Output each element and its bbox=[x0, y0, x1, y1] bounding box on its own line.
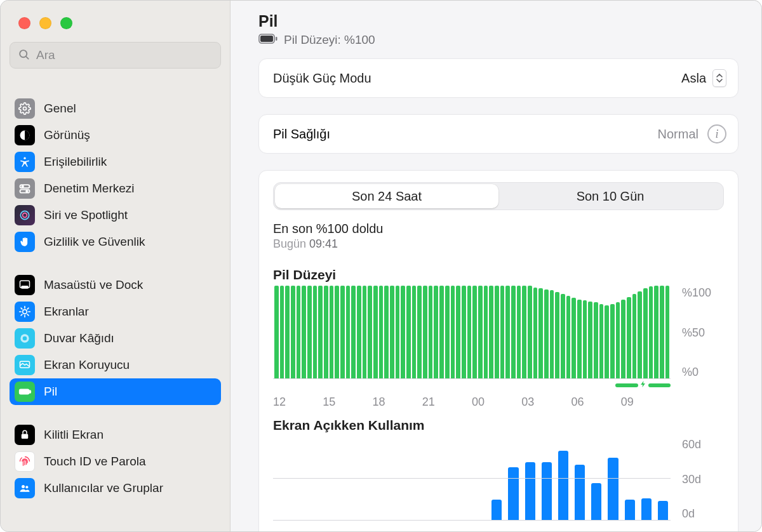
battery-health-row: Pil Sağlığı Normal i bbox=[258, 114, 739, 154]
low-power-mode-label: Düşük Güç Modu bbox=[273, 71, 371, 86]
level-bar bbox=[330, 286, 334, 378]
level-bar bbox=[368, 286, 372, 378]
segment-24h[interactable]: Son 24 Saat bbox=[275, 184, 498, 208]
brightness-icon bbox=[15, 302, 35, 322]
fingerprint-icon bbox=[15, 451, 35, 472]
control-center-icon bbox=[15, 178, 35, 199]
search-field[interactable] bbox=[10, 42, 221, 69]
sidebar-item-desktop-dock[interactable]: Masaüstü ve Dock bbox=[10, 272, 221, 298]
level-bar bbox=[621, 300, 625, 378]
sidebar-item-accessibility[interactable]: Erişilebilirlik bbox=[10, 149, 221, 175]
sidebar-item-siri-spotlight[interactable]: Siri ve Spotlight bbox=[10, 202, 221, 229]
page-header: Pil Pil Düzeyi: %100 bbox=[258, 12, 739, 47]
svg-point-6 bbox=[22, 185, 23, 187]
svg-point-4 bbox=[23, 157, 25, 159]
level-bar bbox=[324, 286, 328, 378]
search-input[interactable] bbox=[36, 48, 213, 62]
level-bar bbox=[357, 286, 361, 378]
level-bar bbox=[594, 302, 598, 378]
close-window-button[interactable] bbox=[18, 17, 30, 29]
sidebar-item-label: Masaüstü ve Dock bbox=[44, 278, 143, 292]
level-bar bbox=[610, 304, 615, 378]
level-bar bbox=[572, 298, 576, 378]
level-bar bbox=[649, 286, 653, 378]
sidebar-item-battery[interactable]: Pil bbox=[10, 378, 221, 405]
level-bar bbox=[627, 297, 631, 378]
battery-level-chart bbox=[273, 286, 671, 379]
level-bar bbox=[445, 286, 450, 378]
sidebar-item-general[interactable]: Genel bbox=[10, 95, 221, 122]
users-icon bbox=[15, 478, 35, 498]
sidebar-item-screensaver[interactable]: Ekran Koruyucu bbox=[10, 352, 221, 378]
svg-point-8 bbox=[26, 190, 28, 192]
sidebar-item-users-groups[interactable]: Kullanıcılar ve Gruplar bbox=[10, 475, 221, 502]
level-bar bbox=[318, 286, 323, 378]
battery-level-label: Pil Düzeyi: %100 bbox=[284, 33, 375, 47]
zoom-window-button[interactable] bbox=[60, 17, 72, 29]
segment-10d[interactable]: Son 10 Gün bbox=[498, 184, 722, 208]
level-bar bbox=[528, 286, 532, 378]
screen-on-usage-chart bbox=[273, 437, 671, 521]
level-bar bbox=[605, 305, 609, 378]
page-title: Pil bbox=[258, 12, 739, 30]
level-bar bbox=[643, 288, 648, 378]
charging-indicator bbox=[615, 381, 671, 389]
level-bar bbox=[665, 286, 670, 378]
sidebar-item-label: Kilitli Ekran bbox=[44, 428, 104, 442]
hand-icon bbox=[15, 232, 35, 252]
level-bar bbox=[434, 286, 438, 378]
last-full-charge-date: Bugün 09:41 bbox=[273, 237, 724, 251]
wallpaper-icon bbox=[15, 328, 35, 349]
level-bar bbox=[439, 286, 444, 378]
level-bar bbox=[429, 286, 433, 378]
accessibility-icon bbox=[15, 152, 35, 172]
minimize-window-button[interactable] bbox=[39, 17, 51, 29]
sidebar-item-appearance[interactable]: Görünüş bbox=[10, 122, 221, 149]
level-bar bbox=[451, 286, 455, 378]
level-bar bbox=[307, 286, 312, 378]
system-preferences-window: Genel Görünüş Erişilebilirlik Denetim Me… bbox=[0, 0, 762, 532]
sidebar-nav: Genel Görünüş Erişilebilirlik Denetim Me… bbox=[1, 79, 230, 502]
sidebar-item-label: Ekran Koruyucu bbox=[44, 358, 130, 372]
svg-point-13 bbox=[23, 310, 27, 314]
usage-section-title: Ekran Açıkken Kullanım bbox=[273, 418, 724, 433]
low-power-mode-select[interactable]: Asla bbox=[681, 69, 726, 87]
level-bar bbox=[401, 286, 405, 378]
sidebar-item-wallpaper[interactable]: Duvar Kâğıdı bbox=[10, 325, 221, 352]
sidebar-item-label: Gizlilik ve Güvenlik bbox=[44, 235, 145, 249]
svg-point-21 bbox=[25, 486, 28, 488]
level-bar bbox=[274, 286, 279, 378]
level-bar bbox=[484, 286, 488, 378]
svg-rect-19 bbox=[22, 434, 29, 439]
level-bar bbox=[544, 289, 549, 378]
sidebar-item-touch-id[interactable]: Touch ID ve Parola bbox=[10, 448, 221, 475]
level-bar bbox=[538, 288, 543, 378]
level-bar bbox=[566, 296, 571, 378]
level-bar bbox=[396, 286, 400, 378]
level-bar bbox=[522, 286, 526, 378]
sidebar-item-privacy-security[interactable]: Gizlilik ve Güvenlik bbox=[10, 229, 221, 255]
time-range-segment: Son 24 Saat Son 10 Gün bbox=[273, 182, 724, 210]
low-power-mode-value: Asla bbox=[681, 71, 706, 86]
svg-rect-23 bbox=[260, 36, 273, 42]
level-bar bbox=[638, 291, 642, 378]
battery-health-info-button[interactable]: i bbox=[707, 124, 726, 143]
svg-point-9 bbox=[20, 211, 29, 219]
level-bar bbox=[280, 286, 284, 378]
level-bar bbox=[302, 286, 306, 378]
level-bar bbox=[478, 286, 483, 378]
level-bar bbox=[346, 286, 351, 378]
level-bar bbox=[533, 288, 538, 378]
svg-line-1 bbox=[26, 57, 29, 59]
battery-full-icon bbox=[258, 33, 277, 47]
level-bar bbox=[505, 286, 510, 378]
svg-point-2 bbox=[23, 107, 27, 110]
level-bar bbox=[335, 286, 339, 378]
sidebar-item-lock-screen[interactable]: Kilitli Ekran bbox=[10, 422, 221, 448]
level-bar bbox=[417, 286, 422, 378]
sidebar-item-displays[interactable]: Ekranlar bbox=[10, 298, 221, 325]
bolt-icon bbox=[639, 380, 647, 391]
search-icon bbox=[18, 48, 30, 63]
sidebar-item-label: Pil bbox=[44, 385, 57, 399]
sidebar-item-control-center[interactable]: Denetim Merkezi bbox=[10, 175, 221, 202]
